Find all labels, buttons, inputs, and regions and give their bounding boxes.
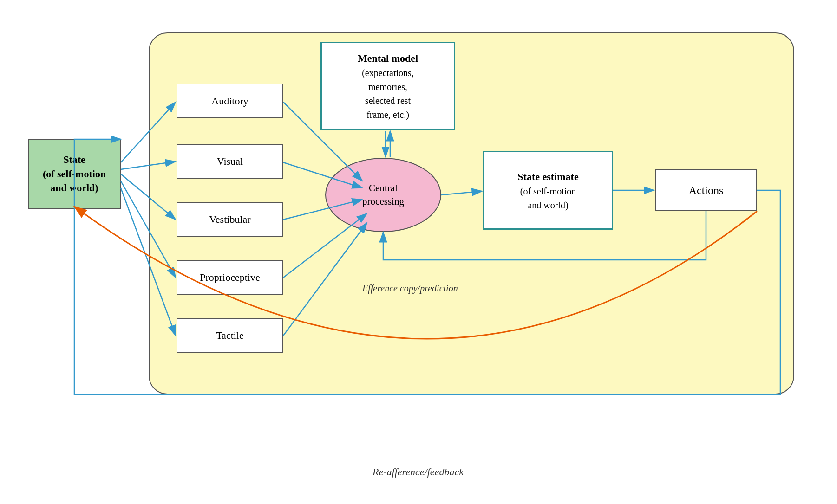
state-title: State — [63, 154, 85, 165]
state-estimate-content: (of self-motionand world) — [520, 184, 576, 212]
mental-model-box: Mental model (expectations,memories,sele… — [320, 42, 455, 130]
sensor-vestibular-label: Vestibular — [209, 213, 250, 226]
sensor-tactile-box: Tactile — [177, 318, 283, 353]
state-estimate-title: State estimate — [517, 169, 578, 184]
diagram-container: State (of self-motionand world) Auditory… — [14, 14, 822, 487]
actions-box: Actions — [655, 169, 757, 211]
sensor-auditory-label: Auditory — [211, 95, 248, 107]
sensor-proprioceptive-box: Proprioceptive — [177, 260, 283, 295]
sensor-vestibular-box: Vestibular — [177, 202, 283, 237]
mental-model-content: (expectations,memories,selected restfram… — [362, 66, 414, 122]
sensor-auditory-box: Auditory — [177, 84, 283, 118]
state-box: State (of self-motionand world) — [28, 139, 121, 209]
mental-model-title: Mental model — [358, 51, 418, 66]
sensor-visual-box: Visual — [177, 144, 283, 179]
sensor-proprioceptive-label: Proprioceptive — [200, 271, 260, 284]
central-processing-label: Centralprocessing — [362, 181, 404, 209]
sensor-visual-label: Visual — [217, 155, 243, 168]
sensor-tactile-label: Tactile — [216, 330, 244, 342]
central-processing-ellipse: Centralprocessing — [325, 158, 441, 232]
state-estimate-box: State estimate (of self-motionand world) — [483, 151, 613, 230]
state-subtitle: (of self-motionand world) — [43, 168, 106, 194]
efference-label: Efference copy/prediction — [362, 283, 458, 294]
actions-label: Actions — [689, 184, 724, 197]
reafference-label: Re-afference/feedback — [373, 466, 464, 478]
